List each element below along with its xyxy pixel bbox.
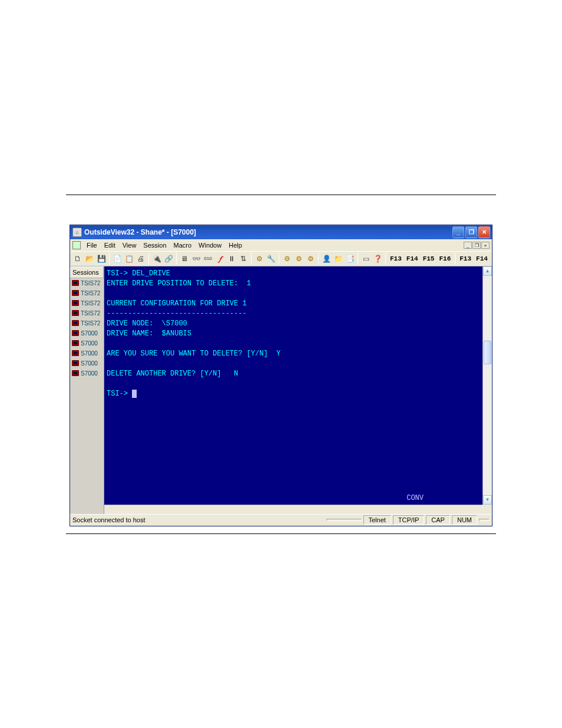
scroll-thumb[interactable]: [484, 341, 491, 364]
print-icon[interactable]: 🖨: [135, 253, 146, 265]
maximize-button[interactable]: ❐: [465, 226, 477, 238]
session-item[interactable]: TSIS72: [70, 318, 104, 328]
fkey-f14[interactable]: F14: [405, 254, 420, 263]
doc-icon[interactable]: 📑: [345, 253, 355, 265]
transfer-icon[interactable]: ⇅: [238, 253, 249, 265]
menu-window[interactable]: Window: [195, 241, 225, 250]
action2-icon[interactable]: ⚙: [293, 253, 304, 265]
menubar: File Edit View Session Macro Window Help…: [70, 239, 492, 251]
screen-icon[interactable]: 🖥: [179, 253, 190, 265]
window-title: OutsideView32 - Shane* - [S7000]: [84, 228, 451, 236]
sessions-header[interactable]: Sessions: [70, 266, 104, 278]
toolbar-separator: [279, 253, 279, 265]
terminal-icon: [72, 290, 79, 296]
term-line: ---------------------------------: [107, 309, 247, 318]
status-pane-caps: CAP: [426, 515, 450, 525]
menu-help[interactable]: Help: [225, 241, 246, 250]
session-item[interactable]: S7000: [70, 328, 104, 338]
menu-macro[interactable]: Macro: [170, 241, 196, 250]
folder-icon[interactable]: 📁: [333, 253, 343, 265]
status-message: Socket connected to host: [72, 516, 325, 523]
scroll-down-icon[interactable]: ▼: [483, 495, 492, 505]
term-line: TSI->: [107, 390, 132, 398]
session-item[interactable]: TSIS72: [70, 278, 104, 288]
mdi-close-button[interactable]: ×: [481, 242, 490, 249]
body-area: Sessions TSIS72 TSIS72 TSIS72 TSIS72 TSI…: [70, 266, 492, 514]
mdi-child-icon[interactable]: [72, 241, 81, 249]
term-line: DRIVE NODE: \S7000: [107, 319, 187, 328]
session-label: TSIS72: [81, 320, 100, 327]
glasses-icon[interactable]: 👓: [191, 253, 201, 265]
open-icon[interactable]: 📂: [84, 253, 95, 265]
session-label: S7000: [81, 330, 98, 337]
window-icon[interactable]: ▭: [361, 253, 371, 265]
toolbar-separator: [251, 253, 252, 265]
toolbar-separator: [358, 253, 358, 265]
status-pane-transport: TCP/IP: [393, 515, 424, 525]
session-item[interactable]: S7000: [70, 348, 104, 358]
user-icon[interactable]: 👤: [321, 253, 332, 265]
mdi-minimize-button[interactable]: _: [464, 242, 472, 249]
top-divider: [66, 195, 496, 195]
session-label: TSIS72: [81, 290, 100, 297]
fkey-f13b[interactable]: F13: [458, 254, 473, 263]
settings-icon[interactable]: ⚙: [254, 253, 265, 265]
session-label: TSIS72: [81, 310, 100, 317]
vertical-scrollbar[interactable]: ▲ ▼: [482, 266, 492, 505]
disconnect-icon[interactable]: 🔗: [163, 253, 174, 265]
session-item[interactable]: TSIS72: [70, 308, 104, 318]
sessions-sidebar: Sessions TSIS72 TSIS72 TSIS72 TSIS72 TSI…: [70, 266, 104, 514]
session-item[interactable]: S7000: [70, 368, 104, 378]
terminal-screen[interactable]: TSI-> DEL_DRIVE ENTER DRIVE POSITION TO …: [104, 266, 482, 505]
minimize-button[interactable]: _: [452, 226, 464, 238]
statusbar: Socket connected to host Telnet TCP/IP C…: [70, 514, 492, 526]
function-icon[interactable]: 𝑓: [214, 253, 225, 265]
copy-icon[interactable]: 📄: [112, 253, 123, 265]
paste-icon[interactable]: 📋: [124, 253, 134, 265]
terminal-icon: [72, 330, 79, 336]
term-line: TSI-> DEL_DRIVE: [107, 269, 170, 278]
mdi-restore-button[interactable]: ❐: [472, 242, 481, 249]
scroll-corner: [482, 505, 492, 514]
tool-icon[interactable]: 🔧: [266, 253, 276, 265]
fkey-f13[interactable]: F13: [388, 254, 404, 263]
menu-view[interactable]: View: [119, 241, 140, 250]
menu-file[interactable]: File: [83, 241, 101, 250]
term-line: ARE YOU SURE YOU WANT TO DELETE? [Y/N] Y: [107, 350, 280, 358]
toolbar-separator: [455, 253, 455, 265]
terminal-cursor: [132, 390, 137, 398]
session-label: S7000: [81, 350, 98, 357]
toolbar-separator: [109, 253, 110, 265]
terminal-icon: [72, 350, 79, 356]
session-item[interactable]: TSIS72: [70, 298, 104, 308]
menu-edit[interactable]: Edit: [101, 241, 119, 250]
horizontal-scrollbar[interactable]: [104, 505, 482, 514]
session-item[interactable]: S7000: [70, 358, 104, 368]
binary-icon[interactable]: 010: [203, 253, 213, 265]
terminal-icon: [72, 370, 79, 376]
connect-icon[interactable]: 🔌: [151, 253, 162, 265]
session-item[interactable]: S7000: [70, 338, 104, 348]
fkey-f14b[interactable]: F14: [474, 254, 490, 263]
session-label: S7000: [81, 340, 98, 347]
action1-icon[interactable]: ⚙: [282, 253, 292, 265]
scroll-up-icon[interactable]: ▲: [483, 266, 492, 276]
session-label: TSIS72: [81, 280, 100, 286]
terminal-icon: [72, 340, 79, 346]
status-pane-num: NUM: [452, 515, 477, 525]
save-icon[interactable]: 💾: [96, 253, 107, 265]
terminal-area[interactable]: TSI-> DEL_DRIVE ENTER DRIVE POSITION TO …: [104, 266, 492, 514]
new-icon[interactable]: 🗋: [72, 253, 83, 265]
fkey-f15[interactable]: F15: [421, 254, 437, 263]
fkey-f16[interactable]: F16: [437, 254, 452, 263]
menu-session[interactable]: Session: [140, 241, 170, 250]
close-button[interactable]: ✕: [478, 226, 490, 238]
scroll-track[interactable]: [483, 276, 492, 495]
session-item[interactable]: TSIS72: [70, 288, 104, 298]
help-icon[interactable]: ❓: [372, 253, 383, 265]
pause-icon[interactable]: ⏸: [226, 253, 237, 265]
action3-icon[interactable]: ⚙: [305, 253, 316, 265]
mdi-controls: _ ❐ ×: [464, 242, 490, 249]
status-pane-grip: [479, 519, 490, 521]
term-line: CURRENT CONFIGURATION FOR DRIVE 1: [107, 299, 247, 308]
